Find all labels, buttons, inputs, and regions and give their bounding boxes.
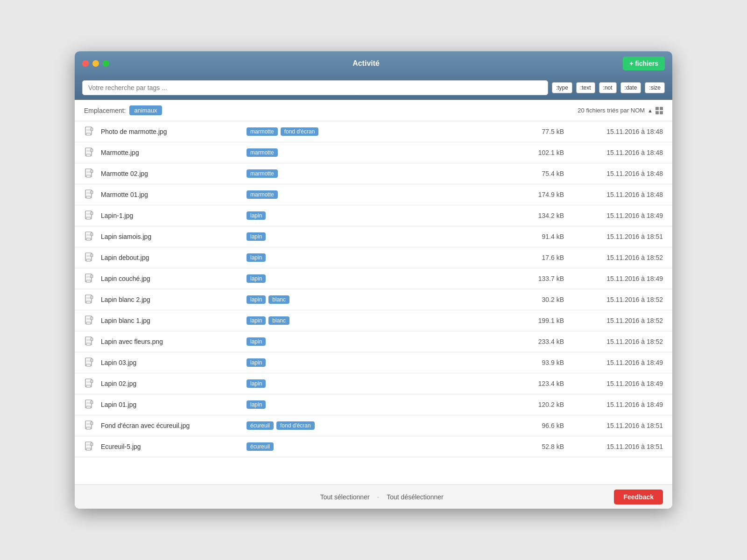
bottom-bar: Tout sélectionner - Tout désélectionner … [75, 484, 672, 509]
traffic-lights [82, 60, 109, 67]
table-row[interactable]: Lapin debout.jpglapin17.6 kB15.11.2016 à… [75, 247, 672, 268]
close-button[interactable] [82, 60, 89, 67]
file-tag[interactable]: lapin [247, 211, 266, 220]
table-row[interactable]: Fond d'écran avec écureuil.jpgécureuilfo… [75, 415, 672, 436]
file-name: Lapin couché.jpg [101, 275, 241, 282]
table-row[interactable]: Photo de marmotte.jpgmarmottefond d'écra… [75, 121, 672, 142]
file-name: Lapin-1.jpg [101, 212, 241, 219]
location-tag[interactable]: animaux [129, 105, 162, 115]
file-date: 15.11.2016 à 18:48 [570, 191, 663, 198]
file-icon [84, 315, 95, 326]
location-label: Emplacement: [84, 107, 126, 114]
file-tag[interactable]: lapin [247, 274, 266, 283]
type-tag-button[interactable]: :type [552, 82, 572, 93]
table-row[interactable]: Lapin avec fleurs.pnglapin233.4 kB15.11.… [75, 331, 672, 352]
table-row[interactable]: Lapin blanc 1.jpglapinblanc199.1 kB15.11… [75, 310, 672, 331]
file-size: 93.9 kB [517, 359, 564, 366]
select-all-link[interactable]: Tout sélectionner [320, 493, 370, 501]
svg-rect-26 [86, 238, 91, 240]
svg-rect-66 [86, 406, 91, 408]
table-row[interactable]: Lapin siamois.jpglapin91.4 kB15.11.2016 … [75, 226, 672, 247]
svg-rect-49 [91, 317, 93, 320]
file-icon [84, 231, 95, 242]
file-icon [84, 126, 95, 137]
file-tags: écureuil [247, 442, 512, 451]
file-icon [84, 399, 95, 410]
table-row[interactable]: Lapin 02.jpglapin123.4 kB15.11.2016 à 18… [75, 373, 672, 394]
table-row[interactable]: Lapin-1.jpglapin134.2 kB15.11.2016 à 18:… [75, 205, 672, 226]
file-icon [84, 336, 95, 347]
file-tag[interactable]: blanc [268, 316, 289, 325]
file-name: Lapin 03.jpg [101, 359, 241, 366]
file-size: 123.4 kB [517, 380, 564, 387]
file-tag[interactable]: lapin [247, 232, 266, 241]
file-tag[interactable]: marmotte [247, 127, 278, 136]
file-tag[interactable]: marmotte [247, 148, 278, 157]
file-tag[interactable]: blanc [268, 295, 289, 304]
text-tag-button[interactable]: :text [576, 82, 595, 93]
deselect-all-link[interactable]: Tout désélectionner [387, 493, 443, 501]
svg-rect-14 [91, 170, 93, 173]
file-tag[interactable]: fond d'écran [276, 421, 315, 430]
location-bar: Emplacement: animaux 20 fichiers triés p… [75, 100, 672, 121]
table-row[interactable]: Ecureuil-5.jpgécureuil52.8 kB15.11.2016 … [75, 436, 672, 457]
file-tag[interactable]: lapin [247, 253, 266, 262]
file-date: 15.11.2016 à 18:52 [570, 317, 663, 324]
search-input[interactable] [82, 80, 548, 95]
bottom-actions: Tout sélectionner - Tout désélectionner [149, 493, 614, 501]
file-tag[interactable]: marmotte [247, 190, 278, 199]
svg-rect-46 [86, 322, 91, 324]
file-date: 15.11.2016 à 18:51 [570, 422, 663, 429]
svg-rect-6 [86, 154, 91, 156]
file-tag[interactable]: lapin [247, 400, 266, 409]
minimize-button[interactable] [92, 60, 99, 67]
table-row[interactable]: Lapin couché.jpglapin133.7 kB15.11.2016 … [75, 268, 672, 289]
sort-arrow-icon: ▲ [648, 108, 653, 113]
table-row[interactable]: Lapin blanc 2.jpglapinblanc30.2 kB15.11.… [75, 289, 672, 310]
file-date: 15.11.2016 à 18:52 [570, 254, 663, 261]
file-tags: marmotte [247, 190, 512, 199]
file-name: Lapin blanc 2.jpg [101, 296, 241, 303]
file-name: Photo de marmotte.jpg [101, 128, 241, 135]
content-area: Emplacement: animaux 20 fichiers triés p… [75, 100, 672, 484]
file-size: 174.9 kB [517, 191, 564, 198]
file-name: Lapin blanc 1.jpg [101, 317, 241, 324]
feedback-button[interactable]: Feedback [614, 490, 663, 504]
grid-view-icon[interactable] [655, 107, 663, 114]
date-tag-button[interactable]: :date [620, 82, 641, 93]
table-row[interactable]: Lapin 01.jpglapin120.2 kB15.11.2016 à 18… [75, 394, 672, 415]
file-date: 15.11.2016 à 18:51 [570, 233, 663, 240]
file-name: Lapin debout.jpg [101, 254, 241, 261]
table-row[interactable]: Marmotte.jpgmarmotte102.1 kB15.11.2016 à… [75, 142, 672, 163]
table-row[interactable]: Marmotte 01.jpgmarmotte174.9 kB15.11.201… [75, 184, 672, 205]
file-tags: lapin [247, 253, 512, 262]
svg-rect-64 [91, 380, 93, 383]
file-size: 96.6 kB [517, 422, 564, 429]
maximize-button[interactable] [103, 60, 109, 67]
size-tag-button[interactable]: :size [645, 82, 665, 93]
file-tags: lapin [247, 211, 512, 220]
file-size: 199.1 kB [517, 317, 564, 324]
file-tag[interactable]: écureuil [247, 442, 274, 451]
file-tag[interactable]: lapin [247, 379, 266, 388]
file-tag[interactable]: lapin [247, 337, 266, 346]
file-icon [84, 420, 95, 431]
file-icon [84, 252, 95, 263]
table-row[interactable]: Lapin 03.jpglapin93.9 kB15.11.2016 à 18:… [75, 352, 672, 373]
file-tag[interactable]: fond d'écran [281, 127, 319, 136]
svg-rect-1 [86, 133, 91, 135]
file-date: 15.11.2016 à 18:49 [570, 401, 663, 408]
file-tag[interactable]: écureuil [247, 421, 274, 430]
table-row[interactable]: Marmotte 02.jpgmarmotte75.4 kB15.11.2016… [75, 163, 672, 184]
file-tag[interactable]: lapin [247, 316, 266, 325]
not-tag-button[interactable]: :not [599, 82, 617, 93]
svg-rect-54 [91, 338, 93, 341]
file-name: Marmotte 02.jpg [101, 170, 241, 177]
file-tags: marmotte [247, 169, 512, 178]
file-tag[interactable]: marmotte [247, 169, 278, 178]
file-tag[interactable]: lapin [247, 295, 266, 304]
file-tag[interactable]: lapin [247, 358, 266, 367]
add-files-button[interactable]: + fichiers [623, 56, 665, 70]
sort-text: 20 fichiers triés par NOM [578, 107, 645, 114]
svg-rect-34 [91, 254, 93, 257]
